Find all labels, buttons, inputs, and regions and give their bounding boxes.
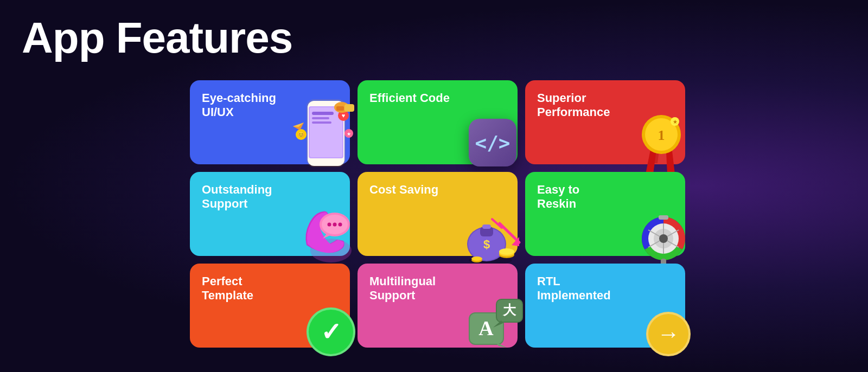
svg-text:A: A — [478, 317, 494, 339]
card-outstanding-support: Outstanding Support — [190, 172, 350, 256]
svg-rect-4 — [312, 112, 334, 115]
mobile-phone-icon: ♥ 😊 ★ — [290, 97, 366, 175]
card-cost-saving: Cost Saving $ — [358, 172, 518, 256]
page-title: App Features — [22, 15, 292, 61]
svg-text:★: ★ — [347, 131, 351, 137]
svg-text:😊: 😊 — [297, 131, 305, 138]
card-label-perfect-template: Perfect Template — [202, 274, 284, 303]
svg-rect-6 — [312, 121, 331, 124]
svg-point-54 — [659, 234, 668, 243]
card-label-easy-reskin: Easy to Reskin — [537, 183, 619, 211]
card-efficient-code: Efficient Code </> — [358, 80, 518, 164]
svg-text:大: 大 — [502, 303, 516, 317]
card-eye-catching: Eye-catching UI/UX ♥ 😊 ★ — [190, 80, 350, 164]
arrow-symbol: → — [657, 321, 680, 347]
card-label-multilingual: Multilingual Support — [369, 274, 451, 303]
svg-point-31 — [333, 223, 337, 227]
svg-text:1: 1 — [658, 127, 665, 143]
svg-point-42 — [499, 248, 514, 255]
svg-text:★: ★ — [673, 119, 678, 125]
card-label-cost-saving: Cost Saving — [369, 183, 451, 197]
code-icon: </> — [469, 119, 523, 173]
moneybag-icon: $ — [455, 196, 526, 267]
checkmark-icon: ✓ — [307, 307, 355, 356]
translate-icon: A 大 — [466, 296, 526, 358]
check-symbol: ✓ — [321, 317, 342, 347]
svg-rect-17 — [336, 106, 344, 111]
svg-rect-16 — [344, 104, 354, 112]
svg-rect-38 — [482, 225, 491, 229]
card-label-outstanding-support: Outstanding Support — [202, 183, 284, 211]
card-easy-reskin: Easy to Reskin — [525, 172, 685, 256]
card-label-eye-catching: Eye-catching UI/UX — [202, 91, 284, 120]
features-grid: Eye-catching UI/UX ♥ 😊 ★ — [190, 80, 685, 348]
color-wheel-icon — [634, 207, 693, 267]
svg-point-32 — [339, 223, 342, 227]
arrow-icon: → — [646, 312, 691, 356]
card-multilingual: Multilingual Support A 大 — [358, 264, 518, 348]
svg-rect-5 — [312, 117, 329, 119]
card-perfect-template: Perfect Template ✓ — [190, 264, 350, 348]
svg-rect-56 — [659, 215, 668, 220]
medal-icon: 1 ★ — [630, 112, 693, 174]
phone-icon — [296, 204, 358, 267]
code-symbol: </> — [475, 132, 510, 154]
svg-point-44 — [471, 256, 482, 261]
card-rtl: RTL Implemented → — [525, 264, 685, 348]
svg-text:♥: ♥ — [342, 112, 346, 119]
card-superior-performance: Superior Performance 1 ★ — [525, 80, 685, 164]
svg-text:$: $ — [483, 238, 490, 251]
card-label-superior-performance: Superior Performance — [537, 91, 619, 120]
svg-point-30 — [328, 223, 331, 227]
card-label-rtl: RTL Implemented — [537, 274, 619, 303]
card-label-efficient-code: Efficient Code — [369, 91, 451, 105]
